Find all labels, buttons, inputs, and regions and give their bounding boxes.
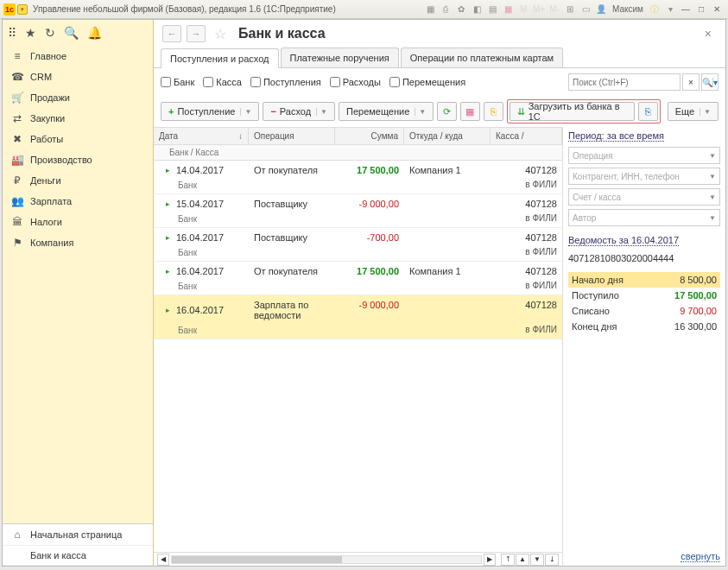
forward-button[interactable]: → — [187, 25, 206, 42]
table-row[interactable]: ▸16.04.2017Зарплата по ведомости-9 000,0… — [154, 295, 562, 339]
sidebar-label: CRM — [30, 72, 52, 82]
tb-icon[interactable]: ⊞ — [564, 3, 576, 16]
filter-author[interactable]: Автор▼ — [568, 209, 720, 226]
filter-kassa[interactable]: Касса — [203, 77, 242, 87]
tb-icon[interactable]: ▤ — [486, 3, 498, 16]
sidebar-label: Банк и касса — [30, 550, 86, 560]
star-icon[interactable]: ★ — [25, 26, 36, 40]
hscroll[interactable]: ◀ ▶ ⤒ ▲ ▼ ⤓ — [154, 552, 562, 566]
doc-icon: ▸ — [162, 266, 173, 276]
statement-icon[interactable]: ⎘ — [638, 102, 658, 121]
sidebar-item[interactable]: ✖Работы — [3, 129, 153, 149]
filter-bank[interactable]: Банк — [161, 77, 194, 87]
calendar-icon[interactable]: ▦ — [460, 102, 480, 121]
move-button[interactable]: Перемещение▼ — [339, 102, 434, 121]
page-title: Банк и касса — [238, 26, 326, 41]
sidebar-item[interactable]: 👥Зарплата — [3, 191, 153, 212]
nav-last-icon[interactable]: ⤓ — [545, 554, 559, 566]
titlebar: 1c ▾ Управление небольшой фирмой (Базова… — [0, 0, 728, 19]
sidebar-icon: 🏭 — [11, 154, 23, 166]
sidebar-item[interactable]: ≡Главное — [3, 46, 153, 66]
app-logo-icon: 1c — [3, 3, 16, 16]
more-button[interactable]: Еще▼ — [668, 102, 719, 121]
tab-card-ops[interactable]: Операции по платежным картам — [401, 48, 563, 67]
dd-icon[interactable]: ▾ — [664, 3, 676, 16]
summary-row: Конец дня16 300,00 — [568, 319, 720, 334]
filter-counterparty[interactable]: Контрагент, ИНН, телефон▼ — [568, 168, 720, 185]
search-icon[interactable]: 🔍 — [64, 26, 79, 40]
tb-icon[interactable]: ⎙ — [440, 3, 452, 16]
scroll-left-icon[interactable]: ◀ — [157, 554, 169, 566]
expense-button[interactable]: −Расход▼ — [263, 102, 335, 121]
sidebar-icon: ⌂ — [11, 529, 23, 541]
calendar-icon[interactable]: ▦ — [502, 3, 514, 16]
tb-icon[interactable]: M- — [548, 3, 560, 16]
nav-up-icon[interactable]: ▲ — [516, 554, 529, 566]
clear-search-button[interactable]: × — [682, 73, 700, 91]
copy-icon[interactable]: ⎘ — [484, 102, 503, 121]
sidebar-label: Начальная страница — [30, 529, 122, 540]
statement-link[interactable]: Ведомость за 16.04.2017 — [568, 235, 679, 246]
tb-icon[interactable]: ✿ — [455, 3, 467, 16]
summary-row: Начало дня8 500,00 — [568, 272, 720, 288]
doc-icon: ▸ — [162, 165, 173, 175]
app-menu-dropdown[interactable]: ▾ — [17, 4, 28, 15]
table-row[interactable]: ▸15.04.2017Поставщику-9 000,00407128Банк… — [154, 194, 562, 228]
search-button[interactable]: 🔍▾ — [701, 73, 719, 91]
close-tab-button[interactable]: × — [700, 27, 717, 41]
filter-income[interactable]: Поступления — [250, 77, 321, 87]
scroll-right-icon[interactable]: ▶ — [484, 554, 496, 566]
favorite-icon[interactable]: ☆ — [214, 26, 226, 42]
sidebar-item[interactable]: 🏛Налоги — [3, 212, 153, 232]
load-from-bank-button[interactable]: ⇊Загрузить из банка в 1С — [510, 102, 635, 121]
tab-income-expense[interactable]: Поступления и расход — [161, 48, 279, 68]
filter-account[interactable]: Счет / касса▼ — [568, 188, 720, 206]
filter-operation[interactable]: Операция▼ — [568, 147, 720, 164]
sidebar-icon: ✖ — [11, 133, 23, 145]
doc-icon: ▸ — [162, 232, 173, 243]
minimize-button[interactable]: — — [680, 3, 692, 16]
filter-expense[interactable]: Расходы — [330, 77, 381, 87]
sort-icon[interactable]: ↓ — [238, 131, 243, 141]
sidebar-icon: 🛒 — [11, 92, 23, 104]
grid-icon[interactable]: ⠿ — [8, 26, 16, 40]
info-icon[interactable]: ⓘ — [649, 3, 661, 16]
sidebar-bottom-item[interactable]: ⌂Начальная страница — [3, 524, 153, 546]
tab-payment-orders[interactable]: Платежные поручения — [281, 48, 399, 67]
sidebar-item[interactable]: ☎CRM — [3, 66, 153, 87]
bell-icon[interactable]: 🔔 — [87, 26, 102, 40]
table-row[interactable]: ▸14.04.2017От покупателя17 500,00Компани… — [154, 161, 562, 194]
sidebar-item[interactable]: 🛒Продажи — [3, 87, 153, 108]
tb-icon[interactable]: M — [517, 3, 529, 16]
sidebar-icon: 👥 — [11, 195, 23, 207]
sidebar: ⠿ ★ ↻ 🔍 🔔 ≡Главное☎CRM🛒Продажи⇄Закупки✖Р… — [3, 20, 154, 566]
maximize-button[interactable]: □ — [695, 3, 707, 16]
refresh-icon[interactable]: ⟳ — [437, 102, 457, 121]
sidebar-label: Продажи — [30, 92, 70, 103]
tb-icon[interactable]: ▦ — [424, 3, 436, 16]
sidebar-label: Работы — [30, 134, 63, 144]
doc-icon: ▸ — [162, 199, 173, 209]
sidebar-bottom-item[interactable]: Банк и касса — [3, 546, 153, 566]
table-row[interactable]: ▸16.04.2017От покупателя17 500,00Компани… — [154, 262, 562, 295]
filter-move[interactable]: Перемещения — [389, 77, 465, 87]
sidebar-icon: ₽ — [11, 174, 23, 187]
nav-first-icon[interactable]: ⤒ — [501, 554, 515, 566]
sidebar-item[interactable]: 🏭Производство — [3, 149, 153, 170]
sidebar-item[interactable]: ⇄Закупки — [3, 108, 153, 129]
nav-down-icon[interactable]: ▼ — [530, 554, 544, 566]
income-button[interactable]: +Поступление▼ — [161, 102, 259, 121]
period-link[interactable]: Период: за все время — [568, 130, 664, 142]
tb-icon[interactable]: ▭ — [579, 3, 592, 16]
sidebar-item[interactable]: ⚑Компания — [3, 232, 153, 253]
sidebar-item[interactable]: ₽Деньги — [3, 170, 153, 191]
close-button[interactable]: ✕ — [711, 3, 723, 16]
back-button[interactable]: ← — [162, 25, 181, 42]
collapse-link[interactable]: свернуть — [681, 551, 720, 562]
history-icon[interactable]: ↻ — [45, 26, 55, 40]
tb-icon[interactable]: ◧ — [471, 3, 483, 16]
search-input[interactable] — [568, 73, 681, 91]
tb-icon[interactable]: M+ — [533, 3, 545, 16]
sidebar-label: Деньги — [30, 175, 61, 186]
table-row[interactable]: ▸16.04.2017Поставщику-700,00407128Банкв … — [154, 228, 562, 262]
